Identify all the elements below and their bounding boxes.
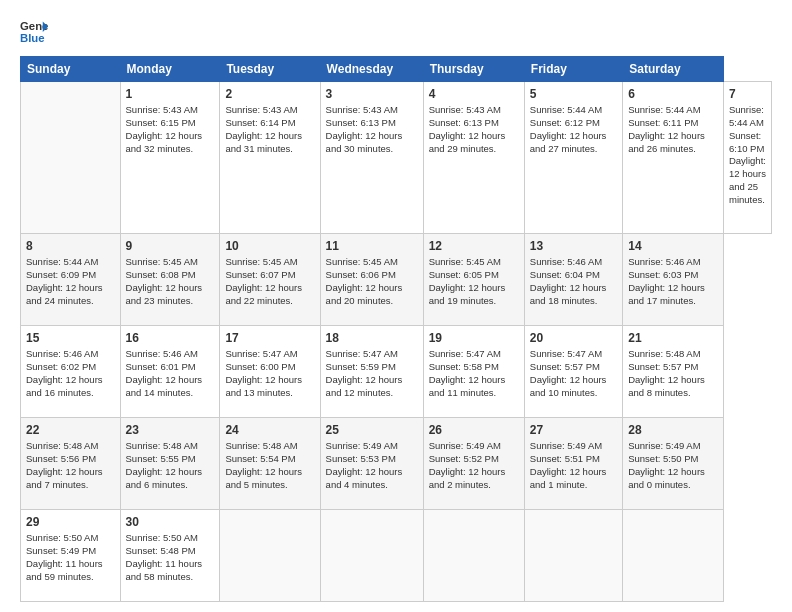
day-number: 13 <box>530 238 617 254</box>
calendar-cell-w1d2: 10Sunrise: 5:45 AMSunset: 6:07 PMDayligh… <box>220 234 320 326</box>
day-number: 11 <box>326 238 418 254</box>
calendar-cell-w3d6: 28Sunrise: 5:49 AMSunset: 5:50 PMDayligh… <box>623 418 724 510</box>
day-number: 27 <box>530 422 617 438</box>
day-number: 6 <box>628 86 718 102</box>
day-number: 7 <box>729 86 766 102</box>
calendar-header-wednesday: Wednesday <box>320 57 423 82</box>
day-number: 8 <box>26 238 115 254</box>
header: General Blue <box>20 18 772 46</box>
day-number: 1 <box>126 86 215 102</box>
calendar-cell-w4d6 <box>623 509 724 601</box>
calendar-cell-w2d0: 15Sunrise: 5:46 AMSunset: 6:02 PMDayligh… <box>21 326 121 418</box>
calendar-cell-w3d3: 25Sunrise: 5:49 AMSunset: 5:53 PMDayligh… <box>320 418 423 510</box>
calendar-cell-w4d3 <box>320 509 423 601</box>
calendar-cell-w0d3: 3Sunrise: 5:43 AMSunset: 6:13 PMDaylight… <box>320 82 423 234</box>
calendar-cell-w2d6: 21Sunrise: 5:48 AMSunset: 5:57 PMDayligh… <box>623 326 724 418</box>
calendar-cell-w2d5: 20Sunrise: 5:47 AMSunset: 5:57 PMDayligh… <box>524 326 622 418</box>
calendar-week-5: 29Sunrise: 5:50 AMSunset: 5:49 PMDayligh… <box>21 509 772 601</box>
calendar-cell-w2d1: 16Sunrise: 5:46 AMSunset: 6:01 PMDayligh… <box>120 326 220 418</box>
calendar-header-friday: Friday <box>524 57 622 82</box>
day-number: 25 <box>326 422 418 438</box>
day-number: 28 <box>628 422 718 438</box>
day-number: 10 <box>225 238 314 254</box>
day-number: 5 <box>530 86 617 102</box>
day-number: 30 <box>126 514 215 530</box>
calendar-header-monday: Monday <box>120 57 220 82</box>
calendar-cell-w3d4: 26Sunrise: 5:49 AMSunset: 5:52 PMDayligh… <box>423 418 524 510</box>
calendar-cell-w2d4: 19Sunrise: 5:47 AMSunset: 5:58 PMDayligh… <box>423 326 524 418</box>
day-number: 16 <box>126 330 215 346</box>
calendar-cell-w0d6: 6Sunrise: 5:44 AMSunset: 6:11 PMDaylight… <box>623 82 724 234</box>
calendar-cell-w2d2: 17Sunrise: 5:47 AMSunset: 6:00 PMDayligh… <box>220 326 320 418</box>
day-number: 3 <box>326 86 418 102</box>
calendar-week-1: 1Sunrise: 5:43 AMSunset: 6:15 PMDaylight… <box>21 82 772 234</box>
day-number: 14 <box>628 238 718 254</box>
day-number: 26 <box>429 422 519 438</box>
day-number: 24 <box>225 422 314 438</box>
calendar-week-3: 15Sunrise: 5:46 AMSunset: 6:02 PMDayligh… <box>21 326 772 418</box>
day-number: 29 <box>26 514 115 530</box>
day-number: 2 <box>225 86 314 102</box>
day-number: 23 <box>126 422 215 438</box>
calendar-cell-w1d3: 11Sunrise: 5:45 AMSunset: 6:06 PMDayligh… <box>320 234 423 326</box>
logo: General Blue <box>20 18 48 46</box>
calendar-header-saturday: Saturday <box>623 57 724 82</box>
calendar-header-tuesday: Tuesday <box>220 57 320 82</box>
calendar-cell-w2d3: 18Sunrise: 5:47 AMSunset: 5:59 PMDayligh… <box>320 326 423 418</box>
calendar-header-row: SundayMondayTuesdayWednesdayThursdayFrid… <box>21 57 772 82</box>
calendar-cell-w0d1: 1Sunrise: 5:43 AMSunset: 6:15 PMDaylight… <box>120 82 220 234</box>
calendar-cell-w4d5 <box>524 509 622 601</box>
calendar-cell-w1d1: 9Sunrise: 5:45 AMSunset: 6:08 PMDaylight… <box>120 234 220 326</box>
calendar-week-2: 8Sunrise: 5:44 AMSunset: 6:09 PMDaylight… <box>21 234 772 326</box>
calendar-cell-w3d2: 24Sunrise: 5:48 AMSunset: 5:54 PMDayligh… <box>220 418 320 510</box>
page: General Blue SundayMondayTuesdayWednesda… <box>0 0 792 612</box>
calendar-table: SundayMondayTuesdayWednesdayThursdayFrid… <box>20 56 772 602</box>
calendar-cell-w1d4: 12Sunrise: 5:45 AMSunset: 6:05 PMDayligh… <box>423 234 524 326</box>
day-number: 12 <box>429 238 519 254</box>
calendar-cell-w3d0: 22Sunrise: 5:48 AMSunset: 5:56 PMDayligh… <box>21 418 121 510</box>
day-number: 4 <box>429 86 519 102</box>
calendar-cell-w4d2 <box>220 509 320 601</box>
calendar-header-thursday: Thursday <box>423 57 524 82</box>
day-number: 20 <box>530 330 617 346</box>
calendar-cell-w0d2: 2Sunrise: 5:43 AMSunset: 6:14 PMDaylight… <box>220 82 320 234</box>
calendar-cell-w4d4 <box>423 509 524 601</box>
calendar-cell-w0d0 <box>21 82 121 234</box>
logo-icon: General Blue <box>20 18 48 46</box>
calendar-cell-w3d5: 27Sunrise: 5:49 AMSunset: 5:51 PMDayligh… <box>524 418 622 510</box>
calendar-cell-w0d7: 7Sunrise: 5:44 AMSunset: 6:10 PMDaylight… <box>723 82 771 234</box>
day-number: 9 <box>126 238 215 254</box>
day-number: 18 <box>326 330 418 346</box>
day-number: 22 <box>26 422 115 438</box>
calendar-cell-w1d5: 13Sunrise: 5:46 AMSunset: 6:04 PMDayligh… <box>524 234 622 326</box>
day-number: 17 <box>225 330 314 346</box>
calendar-header-sunday: Sunday <box>21 57 121 82</box>
calendar-cell-w3d1: 23Sunrise: 5:48 AMSunset: 5:55 PMDayligh… <box>120 418 220 510</box>
calendar-cell-w0d5: 5Sunrise: 5:44 AMSunset: 6:12 PMDaylight… <box>524 82 622 234</box>
calendar-cell-w4d0: 29Sunrise: 5:50 AMSunset: 5:49 PMDayligh… <box>21 509 121 601</box>
calendar-body: 1Sunrise: 5:43 AMSunset: 6:15 PMDaylight… <box>21 82 772 602</box>
calendar-cell-w0d4: 4Sunrise: 5:43 AMSunset: 6:13 PMDaylight… <box>423 82 524 234</box>
calendar-week-4: 22Sunrise: 5:48 AMSunset: 5:56 PMDayligh… <box>21 418 772 510</box>
svg-text:Blue: Blue <box>20 32 45 44</box>
day-number: 15 <box>26 330 115 346</box>
calendar-cell-w4d1: 30Sunrise: 5:50 AMSunset: 5:48 PMDayligh… <box>120 509 220 601</box>
day-number: 19 <box>429 330 519 346</box>
calendar-cell-w1d0: 8Sunrise: 5:44 AMSunset: 6:09 PMDaylight… <box>21 234 121 326</box>
calendar-cell-w1d6: 14Sunrise: 5:46 AMSunset: 6:03 PMDayligh… <box>623 234 724 326</box>
day-number: 21 <box>628 330 718 346</box>
